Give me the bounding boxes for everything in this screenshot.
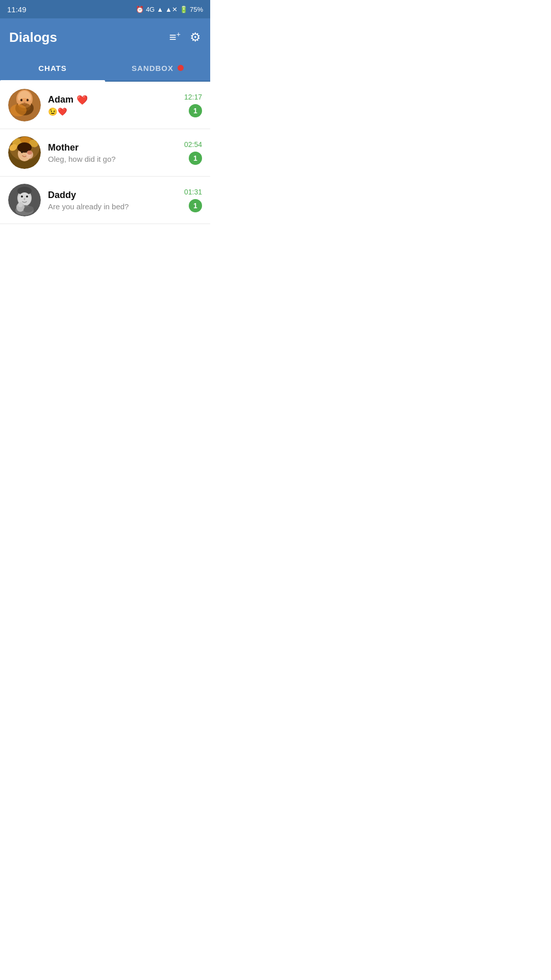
mother-name: Mother <box>48 142 177 153</box>
svg-point-21 <box>27 151 32 155</box>
mother-preview: Oleg, how did it go? <box>48 155 177 163</box>
mother-unread-badge: 1 <box>189 152 202 165</box>
chat-item-adam[interactable]: Adam ❤️ 😉❤️ 12:17 1 <box>0 82 210 129</box>
svg-point-27 <box>26 195 28 198</box>
svg-point-31 <box>18 202 23 207</box>
svg-point-26 <box>21 195 23 198</box>
header-actions: ≡+ ⚙ <box>169 30 201 44</box>
daddy-preview: Are you already in bed? <box>48 202 177 211</box>
adam-unread-badge: 1 <box>189 104 202 117</box>
adam-meta: 12:17 1 <box>184 93 202 117</box>
settings-button[interactable]: ⚙ <box>190 30 201 44</box>
svg-point-18 <box>21 151 23 153</box>
svg-point-5 <box>20 99 22 102</box>
daddy-time: 01:31 <box>184 188 202 196</box>
chat-item-daddy[interactable]: Daddy Are you already in bed? 01:31 1 <box>0 177 210 224</box>
status-icons: ⏰ 4G ▲ ▲✕ 🔋 75% <box>136 6 203 13</box>
avatar-adam <box>8 89 41 121</box>
daddy-name: Daddy <box>48 190 177 201</box>
status-bar: 11:49 ⏰ 4G ▲ ▲✕ 🔋 75% <box>0 0 210 18</box>
adam-chat-content: Adam ❤️ 😉❤️ <box>48 94 177 116</box>
daddy-unread-badge: 1 <box>189 199 202 212</box>
alarm-icon: ⏰ <box>136 6 144 13</box>
adam-preview: 😉❤️ <box>48 107 177 116</box>
battery-label: 75% <box>190 6 203 13</box>
status-time: 11:49 <box>7 5 27 14</box>
tab-sandbox-label: SANDBOX <box>132 64 173 72</box>
daddy-meta: 01:31 1 <box>184 188 202 212</box>
battery-icon: 🔋 <box>180 6 188 13</box>
network-label: 4G <box>146 6 155 13</box>
svg-point-28 <box>24 198 26 200</box>
svg-point-9 <box>10 104 27 116</box>
avatar-daddy <box>8 184 41 216</box>
mother-chat-content: Mother Oleg, how did it go? <box>48 142 177 163</box>
tab-chats-label: CHATS <box>38 64 67 72</box>
daddy-chat-content: Daddy Are you already in bed? <box>48 190 177 211</box>
app-title: Dialogs <box>9 30 57 45</box>
signal-icon: ▲ <box>157 6 163 13</box>
svg-point-6 <box>27 99 29 102</box>
adam-time: 12:17 <box>184 93 202 101</box>
chat-list: Adam ❤️ 😉❤️ 12:17 1 <box>0 82 210 224</box>
tab-chats[interactable]: CHATS <box>0 55 105 81</box>
header: Dialogs ≡+ ⚙ <box>0 18 210 55</box>
adam-heart-emoji: ❤️ <box>77 94 88 106</box>
avatar-mother <box>8 136 41 169</box>
tab-sandbox[interactable]: SANDBOX <box>105 55 210 81</box>
add-chat-button[interactable]: ≡+ <box>169 30 181 44</box>
adam-name: Adam ❤️ <box>48 94 177 106</box>
mother-time: 02:54 <box>184 140 202 149</box>
sandbox-notification-dot <box>178 65 184 71</box>
signal-x-icon: ▲✕ <box>165 6 178 13</box>
chat-item-mother[interactable]: Mother Oleg, how did it go? 02:54 1 <box>0 129 210 177</box>
tabs-bar: CHATS SANDBOX <box>0 55 210 82</box>
mother-meta: 02:54 1 <box>184 140 202 165</box>
